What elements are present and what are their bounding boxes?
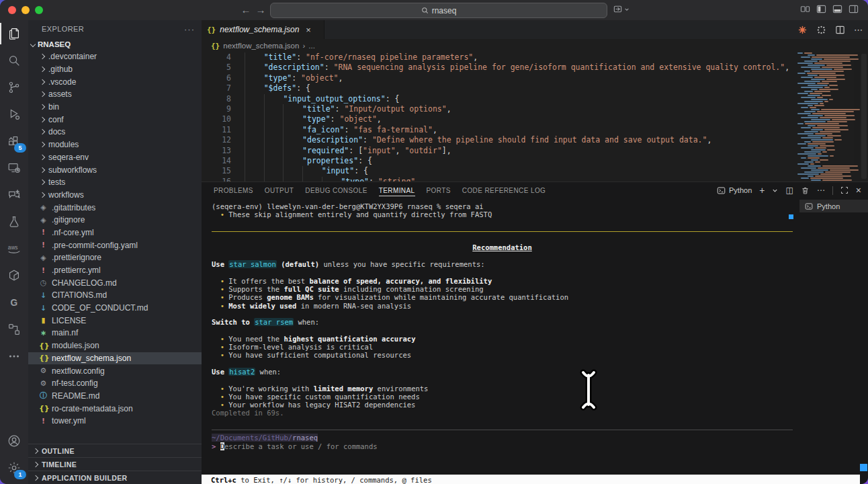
terminal-line: • Your workflow has legacy HISAT2 depend… <box>212 401 793 409</box>
vscode-window: ← → rnaseq 5 <box>0 0 868 484</box>
breadcrumb[interactable]: {} nextflow_schema.json › ... <box>202 39 868 52</box>
code-line: 5"description": "RNA sequencing analysis… <box>202 63 868 73</box>
tree-file[interactable]: ⓘREADME.md <box>28 390 202 403</box>
settings-button[interactable]: 1 <box>0 454 28 481</box>
activity-pipelines[interactable] <box>0 316 28 343</box>
tree-file[interactable]: !.pre-commit-config.yaml <box>28 239 202 251</box>
hexagon-icon <box>7 268 21 283</box>
panel-tab-output[interactable]: OUTPUT <box>265 185 294 196</box>
shell-selector[interactable]: Python <box>717 186 752 195</box>
panel-tab-ports[interactable]: PORTS <box>427 185 451 196</box>
panel-scrollbar-thumb[interactable] <box>860 464 867 471</box>
activity-extensions[interactable]: 5 <box>0 128 28 155</box>
tree-file[interactable]: {}nextflow_schema.json <box>28 352 202 365</box>
activity-testing[interactable] <box>0 208 28 235</box>
trash-icon[interactable] <box>801 186 810 195</box>
tree-file[interactable]: {}modules.json <box>28 339 202 352</box>
activity-run-debug[interactable] <box>0 101 28 128</box>
activity-gitlens[interactable]: G <box>0 289 28 316</box>
new-terminal-icon[interactable]: + <box>759 185 765 196</box>
toggle-panel-icon[interactable] <box>832 4 842 14</box>
tree-file[interactable]: !.nf-core.yml <box>28 227 202 239</box>
activity-search[interactable] <box>0 47 28 74</box>
tree-folder[interactable]: docs <box>28 126 202 138</box>
minimap[interactable] <box>797 52 860 182</box>
tree-file[interactable]: ◷CHANGELOG.md <box>28 276 202 289</box>
sidebar-panel-application-builder[interactable]: APPLICATION BUILDER <box>28 471 202 484</box>
schema-dots-icon[interactable] <box>816 25 826 35</box>
terminal-line: Switch to star_rsem when: <box>212 318 793 326</box>
panel-tab-debug-console[interactable]: DEBUG CONSOLE <box>305 185 367 196</box>
terminal-line <box>212 417 793 426</box>
customize-layout-icon[interactable] <box>800 4 810 14</box>
tree-folder[interactable]: assets <box>28 88 202 101</box>
tree-folder[interactable]: .vscode <box>28 75 202 88</box>
json-braces-icon: {} <box>211 42 220 50</box>
tree-file[interactable]: ◈.gitignore <box>28 214 202 227</box>
tree-file[interactable]: {}ro-crate-metadata.json <box>28 402 202 415</box>
editor-more-icon[interactable]: ⋯ <box>854 25 863 35</box>
explorer-more-icon[interactable]: ··· <box>184 24 195 34</box>
chevron-right-icon <box>40 79 45 84</box>
tree-file[interactable]: ↓CODE_OF_CONDUCT.md <box>28 302 202 315</box>
session-menu[interactable] <box>613 4 630 14</box>
tree-folder[interactable]: .github <box>28 63 202 76</box>
tree-file[interactable]: !tower.yml <box>28 415 202 428</box>
tree-folder[interactable]: bin <box>28 101 202 114</box>
panel-tab-terminal[interactable]: TERMINAL <box>379 185 415 196</box>
tree-file[interactable]: ↓CITATIONS.md <box>28 289 202 302</box>
minimize-traffic-light[interactable] <box>21 6 30 14</box>
tree-file[interactable]: ∗main.nf <box>28 327 202 339</box>
close-panel-icon[interactable]: × <box>856 185 861 196</box>
tree-file[interactable]: ◈.gitattributes <box>28 201 202 214</box>
zoom-traffic-light[interactable] <box>35 6 43 14</box>
panel-more-icon[interactable]: ⋯ <box>817 186 825 195</box>
split-editor-icon[interactable] <box>835 25 845 35</box>
tree-folder[interactable]: conf <box>28 113 202 126</box>
root-folder-rnaseq[interactable]: RNASEQ <box>28 38 202 50</box>
toggle-sidebar-left-icon[interactable] <box>816 4 826 14</box>
tree-folder[interactable]: workflows <box>28 189 202 202</box>
tree-folder[interactable]: seqera-env <box>28 151 202 164</box>
panel-tab-problems[interactable]: PROBLEMS <box>214 185 253 196</box>
activity-more[interactable] <box>0 343 28 370</box>
terminal-output[interactable]: (seqera-env) llewelyn-van-der-berg@KTW2Y… <box>212 202 793 450</box>
tree-file[interactable]: ▮LICENSE <box>28 314 202 327</box>
editor-scrollbar[interactable] <box>860 52 868 182</box>
search-icon <box>421 7 429 14</box>
tree-file[interactable]: ⚙nextflow.config <box>28 364 202 377</box>
split-terminal-icon[interactable]: ◫ <box>785 186 793 195</box>
panel-tab-code-reference-log[interactable]: CODE REFERENCE LOG <box>462 185 546 196</box>
forward-arrow-icon[interactable]: → <box>254 3 267 17</box>
close-tab-icon[interactable]: × <box>306 25 311 35</box>
sidebar-panel-timeline[interactable]: TIMELINE <box>28 457 202 471</box>
activity-source-control[interactable] <box>0 74 28 101</box>
tree-file[interactable]: !.prettierrc.yml <box>28 264 202 277</box>
activity-chat[interactable] <box>0 182 28 208</box>
tree-folder[interactable]: subworkflows <box>28 163 202 176</box>
terminal-list-item[interactable]: Python <box>799 200 868 212</box>
maximize-panel-icon[interactable] <box>840 186 849 194</box>
terminal-input[interactable]: > Describe a task or use / for commands <box>212 442 793 450</box>
command-center-search[interactable]: rnaseq <box>270 3 607 18</box>
toggle-sidebar-right-icon[interactable] <box>849 4 859 14</box>
accounts-button[interactable] <box>0 428 28 454</box>
back-arrow-icon[interactable]: ← <box>239 3 253 17</box>
extension-splat-icon[interactable] <box>797 25 808 35</box>
tree-folder[interactable]: .devcontainer <box>28 50 202 63</box>
activity-remote-explorer[interactable] <box>0 155 28 182</box>
terminal-icon <box>717 186 726 195</box>
tree-folder[interactable]: tests <box>28 176 202 189</box>
tree-file[interactable]: ⚙nf-test.config <box>28 377 202 390</box>
tree-file[interactable]: ◈.prettierignore <box>28 251 202 264</box>
activity-explorer[interactable] <box>0 20 28 47</box>
activity-containers[interactable] <box>0 262 28 289</box>
chevron-right-icon <box>33 461 38 467</box>
tree-folder[interactable]: modules <box>28 138 202 151</box>
activity-aws[interactable]: aws <box>0 235 28 262</box>
chevron-down-icon[interactable] <box>772 188 778 194</box>
sidebar-panel-outline[interactable]: OUTLINE <box>28 444 202 457</box>
code-editor[interactable]: 4"title": "nf-core/rnaseq pipeline param… <box>202 52 868 182</box>
tab-nextflow-schema[interactable]: {} nextflow_schema.json × <box>202 20 324 39</box>
close-traffic-light[interactable] <box>8 6 16 14</box>
